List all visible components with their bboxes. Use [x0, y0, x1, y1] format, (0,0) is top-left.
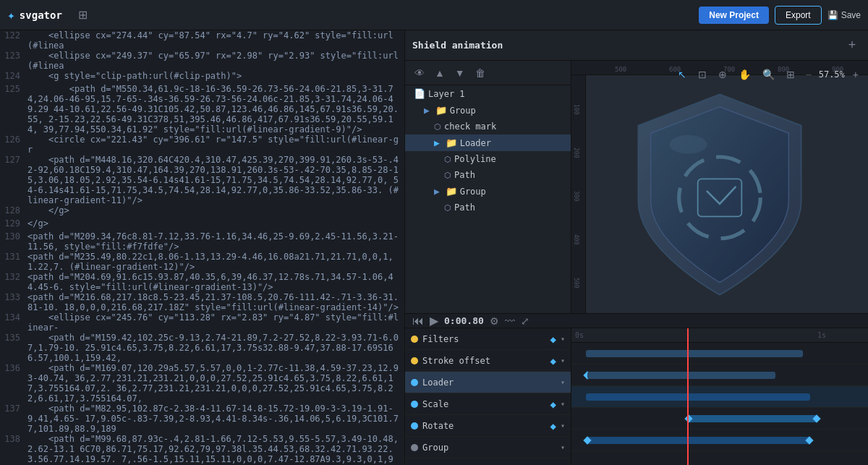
code-line: 134 <ellipse cx="245.76" cy="113.28" rx=…: [0, 312, 404, 333]
anim-layer-checkmark: Filters ◆ ▾: [405, 328, 571, 350]
code-line: 122 <ellipse cx="274.44" cy="87.54" rx="…: [0, 30, 404, 51]
delete-layer-button[interactable]: 🗑: [472, 66, 489, 80]
dropdown-rotate[interactable]: ▾: [561, 422, 565, 430]
anim-layer-name-rotate: Rotate: [422, 421, 546, 431]
anim-layer-groupscale: Scale ◆ ▾: [405, 458, 571, 465]
timeline-row-strokeoffset: [571, 364, 868, 386]
layer-label-loader: Loader: [460, 138, 491, 148]
anim-layer-rotate: Rotate ◆ ▾: [405, 415, 571, 437]
layer-label-polyline: Polyline: [454, 154, 496, 164]
layers-panel: 👁 ▲ ▼ 🗑 📄 Layer 1 ▶ 📁 Group ⬡ check mark…: [405, 61, 571, 313]
code-line: 128 </g>: [0, 205, 404, 218]
path1-icon: ⬡: [444, 171, 451, 180]
anim-layer-scale: Scale ◆ ▾: [405, 393, 571, 415]
play-button[interactable]: ▶: [430, 314, 438, 328]
code-line: 130<path d="M209.34,76c8.81-7.12,33.76-1…: [0, 231, 404, 252]
layer-item-checkmark[interactable]: ⬡ check mark: [405, 119, 571, 135]
anim-layer-name-strokeoffset: Stroke offset: [422, 356, 546, 366]
code-line: 136 <path d="M169.07,120.29a5.57,5.57,0,…: [0, 363, 404, 404]
scale-bar-1: [687, 415, 817, 422]
expand-button[interactable]: ⤢: [521, 315, 529, 327]
ruler-500: 500: [615, 66, 626, 73]
save-button[interactable]: 💾 Save: [827, 10, 861, 20]
topbar: ✦ svgator ⊞ New Project Export 💾 Save: [0, 0, 868, 30]
new-project-button[interactable]: New Project: [699, 7, 769, 24]
eye-button[interactable]: 👁: [411, 66, 428, 80]
anim-layer-strokeoffset: Stroke offset ◆ ▾: [405, 350, 571, 372]
dropdown-loader[interactable]: ▾: [561, 378, 565, 386]
layers-header: Shield animation +: [405, 30, 868, 61]
down-button[interactable]: ▼: [451, 66, 469, 80]
timeline-row-group: [571, 451, 868, 465]
layer-item-loader[interactable]: ▶ 📁 Loader: [405, 135, 571, 151]
layer-label-layer1: Layer 1: [428, 89, 465, 99]
loader-icon: ▶ 📁: [434, 137, 457, 148]
code-line: 137 <path d="M82.95,102.87c-2.38-4-11.67…: [0, 404, 404, 434]
code-line: 138 <path d="M99.68,87.93c-.4,2.81-1.66,…: [0, 434, 404, 465]
layers-toolbar: 👁 ▲ ▼ 🗑: [405, 61, 571, 85]
layers-list: 📄 Layer 1 ▶ 📁 Group ⬡ check mark ▶ 📁 Loa…: [405, 85, 571, 313]
layer-label-group1: Group: [450, 106, 476, 116]
diamond-scale[interactable]: ◆: [550, 398, 556, 410]
layer1-icon: 📄: [414, 88, 425, 99]
settings-button[interactable]: ⚙: [490, 315, 499, 327]
timeline-header: 0s 1s: [571, 328, 868, 343]
checkmark-icon: ⬡: [434, 122, 441, 132]
dropdown-checkmark[interactable]: ▾: [561, 335, 565, 343]
anim-layer-group: Group ▾: [405, 437, 571, 458]
wave-button[interactable]: 〰: [505, 315, 515, 327]
ruler-left: 100 200 300 400 500: [571, 75, 586, 313]
animation-panel: ⏮ ▶ 0:00.80 ⚙ 〰 ⤢ Filters ◆ ▾ Stroke off…: [405, 313, 868, 465]
code-line: 131<path d="M235.49,80.22c1,8.06-1.13,13…: [0, 252, 404, 272]
anim-layer-name-group: Group: [422, 443, 556, 453]
diamond-rotate[interactable]: ◆: [550, 420, 556, 432]
anim-layer-loader: Loader ▾: [405, 372, 571, 393]
anim-dot-strokeoffset: [411, 357, 418, 364]
grid-button[interactable]: ⊞: [74, 5, 92, 25]
logo-icon: ✦: [7, 7, 15, 22]
middle-area: 👁 ▲ ▼ 🗑 📄 Layer 1 ▶ 📁 Group ⬡ check mark…: [405, 61, 868, 313]
anim-layer-name-checkmark: Filters: [422, 334, 546, 344]
ruler-v-100: 100: [573, 104, 579, 114]
dropdown-strokeoffset[interactable]: ▾: [561, 357, 565, 364]
ruler-v-400: 400: [573, 234, 579, 244]
timeline-row-loader: [571, 386, 868, 408]
ruler-v-500: 500: [573, 278, 579, 288]
export-button[interactable]: Export: [775, 6, 822, 25]
code-line: 135 <path d="M159.42,102.25c-9.13,2.74-2…: [0, 333, 404, 363]
timeline-track: 0s 1s: [571, 328, 868, 465]
anim-dot-scale: [411, 401, 418, 408]
layer-item-path1[interactable]: ⬡ Path: [405, 167, 571, 183]
layer-item-path2[interactable]: ⬡ Path: [405, 200, 571, 216]
group1-icon: ▶ 📁: [424, 105, 447, 116]
dropdown-scale[interactable]: ▾: [561, 400, 565, 408]
layers-title: Shield animation: [412, 40, 839, 51]
layer-label-path1: Path: [454, 170, 475, 180]
code-line: 123 <ellipse cx="249.37" cy="65.97" rx="…: [0, 51, 404, 71]
timeline-row-scale: [571, 408, 868, 430]
code-line: 132<path d="M204.69,91.6c15.93.87,40.35,…: [0, 272, 404, 292]
dropdown-group[interactable]: ▾: [561, 443, 565, 451]
layer-label-path2: Path: [454, 202, 475, 213]
anim-layer-name-scale: Scale: [422, 399, 546, 409]
save-icon: 💾: [827, 10, 838, 20]
layer-item-group1[interactable]: ▶ 📁 Group: [405, 102, 571, 119]
anim-layers-list: Filters ◆ ▾ Stroke offset ◆ ▾ Loader ▾ S…: [405, 328, 571, 465]
add-layer-button[interactable]: +: [843, 37, 861, 54]
svg-point-2: [670, 135, 707, 153]
code-panel[interactable]: 122 <ellipse cx="274.44" cy="87.54" rx="…: [0, 30, 405, 465]
layer-item-group2[interactable]: ▶ 📁 Group: [405, 183, 571, 200]
diamond-strokeoffset[interactable]: ◆: [550, 355, 556, 367]
diamond-checkmark[interactable]: ◆: [550, 333, 556, 345]
up-button[interactable]: ▲: [431, 66, 448, 80]
rotate-bar: [586, 437, 810, 444]
right-panel: Shield animation + 👁 ▲ ▼ 🗑 📄 Layer 1 ▶ 📁…: [405, 30, 868, 465]
time-display: 0:00.80: [444, 315, 484, 326]
playhead[interactable]: [687, 328, 689, 465]
layer-item-layer1[interactable]: 📄 Layer 1: [405, 85, 571, 102]
layer-item-polyline[interactable]: ⬡ Polyline: [405, 151, 571, 167]
ruler-v-200: 200: [573, 148, 579, 158]
skip-back-button[interactable]: ⏮: [412, 315, 424, 328]
code-line: 133<path d="M216.68,217.18c8.5-23.45,21.…: [0, 292, 404, 312]
logo-text: svgator: [20, 9, 62, 21]
